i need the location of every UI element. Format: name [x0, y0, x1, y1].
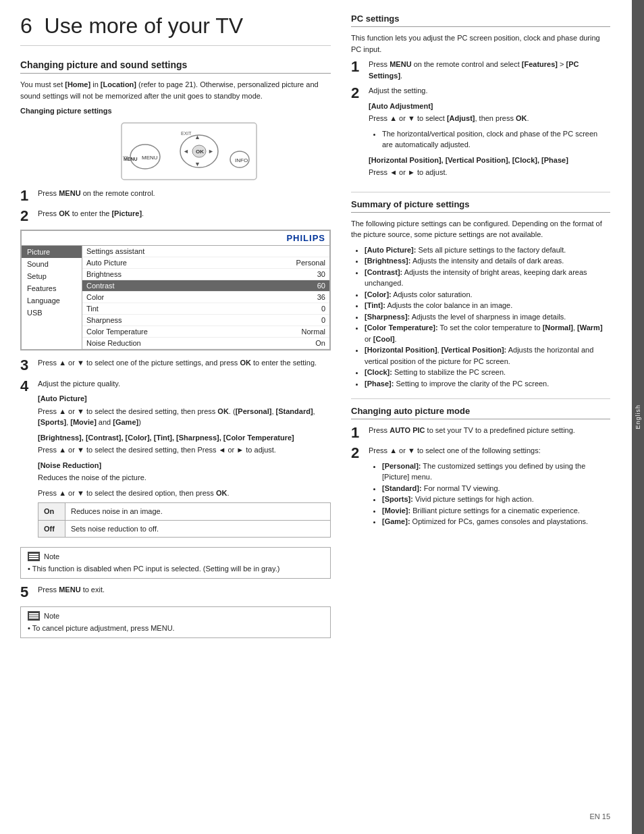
noise-off-label: Off [38, 520, 65, 538]
step4-number: 4 [20, 378, 34, 394]
brightness-text: Press ▲ or ▼ to select the desired setti… [38, 444, 331, 456]
list-item: [Color]: Adjusts color saturation. [365, 289, 610, 301]
note-box-2: Note • To cancel picture adjustment, pre… [20, 606, 331, 638]
step4-content: Adjust the picture quality. [Auto Pictur… [38, 378, 331, 542]
pc-step2-number: 2 [351, 85, 365, 101]
auto-adj-text: Press ▲ or ▼ to select [Adjust], then pr… [369, 113, 610, 124]
noise-on-label: On [38, 503, 65, 521]
intro-text: You must set [Home] in [Location] (refer… [20, 79, 331, 101]
note-icon-1 [28, 552, 40, 561]
step1-line: 1 Press MENU on the remote control. [20, 188, 331, 204]
svg-text:▼: ▼ [194, 161, 200, 167]
list-item: [Contrast]: Adjusts the intensity of bri… [365, 267, 610, 289]
section-title: Changing picture and sound settings [20, 59, 331, 74]
setting-color-temp: Color TemperatureNormal [82, 326, 329, 338]
noise-reduction-desc1: Reduces the noise of the picture. [38, 472, 331, 484]
horiz-text: Press ◄ or ► to adjust. [369, 167, 610, 178]
side-tab: English [632, 0, 644, 834]
note-content-1: • This function is disabled when PC inpu… [28, 564, 323, 574]
auto-adj-bullet: The horizontal/vertical position, clock … [382, 128, 610, 151]
step3-line: 3 Press ▲ or ▼ to select one of the pict… [20, 357, 331, 373]
list-item: [Standard]: For normal TV viewing. [382, 483, 610, 494]
note-box-1: Note • This function is disabled when PC… [20, 547, 331, 579]
pc-step2-content: Adjust the setting. [Auto Adjustment] Pr… [369, 85, 610, 182]
noise-reduction-label: [Noise Reduction] [38, 460, 331, 471]
noise-table: On Reduces noise in an image. Off Sets n… [38, 502, 331, 538]
side-tab-text: English [635, 405, 641, 429]
step1-number: 1 [20, 188, 34, 204]
note-label-2: Note [44, 612, 59, 620]
auto-picture-text: Press ▲ or ▼ to select the desired setti… [38, 406, 331, 428]
left-column: 6 Use more of your TV Changing picture a… [20, 14, 331, 820]
pc-step1-number: 1 [351, 59, 365, 75]
summary-list: [Auto Picture]: Sets all picture setting… [358, 244, 610, 390]
tv-menu-nav: Picture Sound Setup Features Language US… [22, 246, 82, 349]
setting-contrast: Contrast60 [82, 280, 329, 292]
nav-language[interactable]: Language [22, 294, 82, 307]
list-item: [Tint]: Adjusts the color balance in an … [365, 300, 610, 311]
auto-step2-line: 2 Press ▲ or ▼ to select one of the foll… [351, 445, 610, 531]
noise-on-desc: Reduces noise in an image. [65, 503, 331, 521]
step5-text: Press MENU to exit. [38, 584, 331, 596]
step3-text: Press ▲ or ▼ to select one of the pictur… [38, 357, 331, 369]
noise-reduction-desc2: Press ▲ or ▼ to select the desired optio… [38, 488, 331, 499]
nav-features[interactable]: Features [22, 282, 82, 294]
setting-tint: Tint0 [82, 303, 329, 315]
step2-number: 2 [20, 208, 34, 224]
divider-2 [351, 398, 610, 399]
pc-step2-label: Adjust the setting. [369, 86, 427, 95]
step4-line: 4 Adjust the picture quality. [Auto Pict… [20, 378, 331, 542]
svg-text:MENU: MENU [124, 157, 138, 161]
auto-pic-list: [Personal]: The customized settings you … [375, 461, 610, 527]
auto-pic-title: Changing auto picture mode [351, 406, 610, 419]
setting-assistant: Settings assistant [82, 246, 329, 257]
list-item: [Color Temperature]: To set the color te… [365, 322, 610, 344]
pc-step1-line: 1 Press MENU on the remote control and s… [351, 59, 610, 81]
page-footer: EN 15 [589, 812, 610, 820]
step2-text: Press OK to enter the [Picture]. [38, 208, 331, 219]
auto-picture-label: [Auto Picture] [38, 393, 331, 405]
summary-title: Summary of picture settings [351, 199, 610, 213]
nav-picture[interactable]: Picture [22, 246, 82, 258]
nav-usb[interactable]: USB [22, 307, 82, 319]
brightness-label: [Brightness], [Contrast], [Color], [Tint… [38, 432, 331, 444]
table-row: On Reduces noise in an image. [38, 503, 331, 521]
step4-title: Adjust the picture quality. [38, 380, 120, 388]
svg-text:►: ► [208, 148, 214, 155]
list-item: [Auto Picture]: Sets all picture setting… [365, 244, 610, 256]
auto-step1-line: 1 Press AUTO PIC to set your TV to a pre… [351, 425, 610, 441]
summary-section: Summary of picture settings The followin… [351, 199, 610, 390]
tv-menu-brand: PHILIPS [22, 231, 329, 246]
auto-step2-text: Press ▲ or ▼ to select one of the follow… [369, 445, 610, 457]
horiz-label: [Horizontal Position], [Vertical Positio… [369, 155, 610, 166]
setting-noise: Noise ReductionOn [82, 338, 329, 349]
auto-adj-bullets: The horizontal/vertical position, clock … [375, 128, 610, 151]
svg-text:▲: ▲ [194, 134, 200, 140]
svg-text:MENU: MENU [142, 155, 158, 161]
step1-text: Press MENU on the remote control. [38, 188, 331, 199]
step5-line: 5 Press MENU to exit. [20, 584, 331, 600]
setting-brightness: Brightness30 [82, 269, 329, 280]
note-header-2: Note [28, 611, 323, 621]
setting-color: Color36 [82, 292, 329, 303]
chapter-title: 6 Use more of your TV [20, 14, 331, 46]
table-row: Off Sets noise reduction to off. [38, 520, 331, 538]
nav-sound[interactable]: Sound [22, 258, 82, 270]
note-header-1: Note [28, 552, 323, 561]
pc-step1-text: Press MENU on the remote control and sel… [369, 59, 610, 81]
list-item: [Sharpness]: Adjusts the level of sharpn… [365, 311, 610, 323]
remote-image: MENU OK ▲ ▼ ◄ ► EXIT INFO MENU [81, 122, 270, 181]
pc-settings-section: PC settings This function lets you adjus… [351, 14, 610, 182]
list-item: [Brightness]: Adjusts the intensity and … [365, 255, 610, 267]
list-item: [Clock]: Setting to stabilize the PC scr… [365, 367, 610, 378]
auto-pic-section: Changing auto picture mode 1 Press AUTO … [351, 406, 610, 531]
divider-1 [351, 192, 610, 192]
svg-text:◄: ◄ [183, 148, 189, 155]
list-item: [Game]: Optimized for PCs, games console… [382, 516, 610, 527]
step2-line: 2 Press OK to enter the [Picture]. [20, 208, 331, 224]
step3-number: 3 [20, 357, 34, 373]
auto-adj-label: [Auto Adjustment] [369, 101, 610, 112]
pc-settings-intro: This function lets you adjust the PC scr… [351, 32, 610, 55]
list-item: [Movie]: Brilliant picture settings for … [382, 505, 610, 517]
nav-setup[interactable]: Setup [22, 270, 82, 282]
